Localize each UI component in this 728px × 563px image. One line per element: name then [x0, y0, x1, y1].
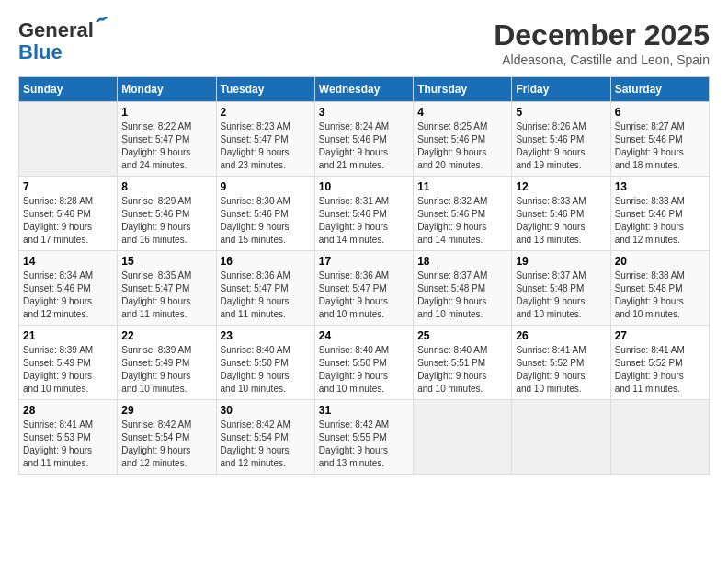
day-info: Sunrise: 8:27 AM Sunset: 5:46 PM Dayligh…: [615, 121, 705, 172]
calendar-cell: 30Sunrise: 8:42 AM Sunset: 5:54 PM Dayli…: [216, 400, 314, 475]
day-number: 26: [516, 329, 606, 342]
day-number: 29: [121, 404, 211, 417]
day-info: Sunrise: 8:32 AM Sunset: 5:46 PM Dayligh…: [417, 195, 507, 247]
calendar-cell: 10Sunrise: 8:31 AM Sunset: 5:46 PM Dayli…: [314, 177, 413, 251]
day-info: Sunrise: 8:42 AM Sunset: 5:55 PM Dayligh…: [319, 419, 409, 470]
day-info: Sunrise: 8:23 AM Sunset: 5:47 PM Dayligh…: [221, 121, 311, 172]
day-number: 9: [221, 180, 311, 193]
calendar-cell: 4Sunrise: 8:25 AM Sunset: 5:46 PM Daylig…: [414, 102, 512, 177]
day-number: 5: [516, 106, 606, 119]
calendar-table: SundayMondayTuesdayWednesdayThursdayFrid…: [18, 76, 710, 475]
day-number: 27: [615, 329, 705, 342]
day-number: 17: [319, 255, 409, 268]
calendar-cell: 21Sunrise: 8:39 AM Sunset: 5:49 PM Dayli…: [19, 326, 118, 400]
calendar-cell: 24Sunrise: 8:40 AM Sunset: 5:50 PM Dayli…: [314, 326, 413, 400]
day-number: 6: [615, 106, 705, 119]
calendar-cell: 5Sunrise: 8:26 AM Sunset: 5:46 PM Daylig…: [512, 102, 610, 177]
day-info: Sunrise: 8:41 AM Sunset: 5:52 PM Dayligh…: [516, 344, 606, 396]
calendar-cell: 6Sunrise: 8:27 AM Sunset: 5:46 PM Daylig…: [610, 102, 709, 177]
day-info: Sunrise: 8:26 AM Sunset: 5:46 PM Dayligh…: [516, 121, 606, 172]
column-header-monday: Monday: [118, 77, 216, 102]
calendar-week-3: 14Sunrise: 8:34 AM Sunset: 5:46 PM Dayli…: [19, 251, 710, 326]
day-info: Sunrise: 8:40 AM Sunset: 5:51 PM Dayligh…: [417, 344, 507, 396]
location-subtitle: Aldeasona, Castille and Leon, Spain: [494, 52, 710, 67]
day-number: 3: [319, 106, 409, 119]
calendar-cell: 3Sunrise: 8:24 AM Sunset: 5:46 PM Daylig…: [314, 102, 413, 177]
day-number: 18: [417, 255, 507, 268]
day-info: Sunrise: 8:31 AM Sunset: 5:46 PM Dayligh…: [319, 195, 409, 247]
day-number: 15: [121, 255, 211, 268]
day-number: 20: [615, 255, 705, 268]
day-number: 28: [23, 404, 113, 417]
calendar-cell: [19, 102, 118, 177]
day-info: Sunrise: 8:39 AM Sunset: 5:49 PM Dayligh…: [23, 344, 113, 396]
day-info: Sunrise: 8:24 AM Sunset: 5:46 PM Dayligh…: [319, 121, 409, 172]
logo-bird-icon: [94, 15, 110, 28]
day-number: 8: [121, 180, 211, 193]
title-section: December 2025 Aldeasona, Castille and Le…: [494, 18, 710, 67]
day-info: Sunrise: 8:41 AM Sunset: 5:52 PM Dayligh…: [615, 344, 705, 396]
calendar-cell: 23Sunrise: 8:40 AM Sunset: 5:50 PM Dayli…: [216, 326, 314, 400]
calendar-cell: 28Sunrise: 8:41 AM Sunset: 5:53 PM Dayli…: [19, 400, 118, 475]
calendar-cell: 22Sunrise: 8:39 AM Sunset: 5:49 PM Dayli…: [118, 326, 216, 400]
calendar-cell: 1Sunrise: 8:22 AM Sunset: 5:47 PM Daylig…: [118, 102, 216, 177]
calendar-cell: [610, 400, 709, 475]
calendar-cell: 8Sunrise: 8:29 AM Sunset: 5:46 PM Daylig…: [118, 177, 216, 251]
calendar-cell: 12Sunrise: 8:33 AM Sunset: 5:46 PM Dayli…: [512, 177, 610, 251]
column-header-thursday: Thursday: [414, 77, 512, 102]
calendar-week-1: 1Sunrise: 8:22 AM Sunset: 5:47 PM Daylig…: [19, 102, 710, 177]
calendar-week-4: 21Sunrise: 8:39 AM Sunset: 5:49 PM Dayli…: [19, 326, 710, 400]
day-info: Sunrise: 8:30 AM Sunset: 5:46 PM Dayligh…: [221, 195, 311, 247]
calendar-week-2: 7Sunrise: 8:28 AM Sunset: 5:46 PM Daylig…: [19, 177, 710, 251]
calendar-cell: 31Sunrise: 8:42 AM Sunset: 5:55 PM Dayli…: [314, 400, 413, 475]
day-info: Sunrise: 8:33 AM Sunset: 5:46 PM Dayligh…: [516, 195, 606, 247]
day-number: 12: [516, 180, 606, 193]
day-info: Sunrise: 8:34 AM Sunset: 5:46 PM Dayligh…: [23, 270, 113, 321]
calendar-cell: 20Sunrise: 8:38 AM Sunset: 5:48 PM Dayli…: [610, 251, 709, 326]
day-number: 16: [221, 255, 311, 268]
day-number: 4: [417, 106, 507, 119]
day-number: 1: [121, 106, 211, 119]
calendar-cell: 13Sunrise: 8:33 AM Sunset: 5:46 PM Dayli…: [610, 177, 709, 251]
day-number: 23: [221, 329, 311, 342]
day-info: Sunrise: 8:37 AM Sunset: 5:48 PM Dayligh…: [417, 270, 507, 321]
day-info: Sunrise: 8:28 AM Sunset: 5:46 PM Dayligh…: [23, 195, 113, 247]
calendar-cell: 11Sunrise: 8:32 AM Sunset: 5:46 PM Dayli…: [414, 177, 512, 251]
logo-general: General: [18, 18, 94, 41]
calendar-cell: 15Sunrise: 8:35 AM Sunset: 5:47 PM Dayli…: [118, 251, 216, 326]
day-number: 22: [121, 329, 211, 342]
calendar-cell: [512, 400, 610, 475]
day-info: Sunrise: 8:38 AM Sunset: 5:48 PM Dayligh…: [615, 270, 705, 321]
calendar-cell: 18Sunrise: 8:37 AM Sunset: 5:48 PM Dayli…: [414, 251, 512, 326]
day-number: 2: [221, 106, 311, 119]
day-info: Sunrise: 8:22 AM Sunset: 5:47 PM Dayligh…: [121, 121, 211, 172]
calendar-cell: 17Sunrise: 8:36 AM Sunset: 5:47 PM Dayli…: [314, 251, 413, 326]
column-header-tuesday: Tuesday: [216, 77, 314, 102]
day-number: 25: [417, 329, 507, 342]
day-info: Sunrise: 8:42 AM Sunset: 5:54 PM Dayligh…: [221, 419, 311, 470]
day-info: Sunrise: 8:40 AM Sunset: 5:50 PM Dayligh…: [319, 344, 409, 396]
calendar-cell: 16Sunrise: 8:36 AM Sunset: 5:47 PM Dayli…: [216, 251, 314, 326]
day-info: Sunrise: 8:39 AM Sunset: 5:49 PM Dayligh…: [121, 344, 211, 396]
calendar-header-row: SundayMondayTuesdayWednesdayThursdayFrid…: [19, 77, 710, 102]
calendar-cell: 7Sunrise: 8:28 AM Sunset: 5:46 PM Daylig…: [19, 177, 118, 251]
column-header-friday: Friday: [512, 77, 610, 102]
column-header-saturday: Saturday: [610, 77, 709, 102]
day-number: 31: [319, 404, 409, 417]
day-info: Sunrise: 8:33 AM Sunset: 5:46 PM Dayligh…: [615, 195, 705, 247]
calendar-cell: [414, 400, 512, 475]
day-number: 13: [615, 180, 705, 193]
column-header-wednesday: Wednesday: [314, 77, 413, 102]
calendar-cell: 27Sunrise: 8:41 AM Sunset: 5:52 PM Dayli…: [610, 326, 709, 400]
day-number: 19: [516, 255, 606, 268]
day-number: 11: [417, 180, 507, 193]
calendar-cell: 25Sunrise: 8:40 AM Sunset: 5:51 PM Dayli…: [414, 326, 512, 400]
calendar-cell: 14Sunrise: 8:34 AM Sunset: 5:46 PM Dayli…: [19, 251, 118, 326]
day-info: Sunrise: 8:41 AM Sunset: 5:53 PM Dayligh…: [23, 419, 113, 470]
day-info: Sunrise: 8:42 AM Sunset: 5:54 PM Dayligh…: [121, 419, 211, 470]
page-header: General Blue December 2025 Aldeasona, Ca…: [18, 18, 710, 67]
month-title: December 2025: [494, 18, 710, 52]
calendar-cell: 26Sunrise: 8:41 AM Sunset: 5:52 PM Dayli…: [512, 326, 610, 400]
day-number: 24: [319, 329, 409, 342]
calendar-week-5: 28Sunrise: 8:41 AM Sunset: 5:53 PM Dayli…: [19, 400, 710, 475]
